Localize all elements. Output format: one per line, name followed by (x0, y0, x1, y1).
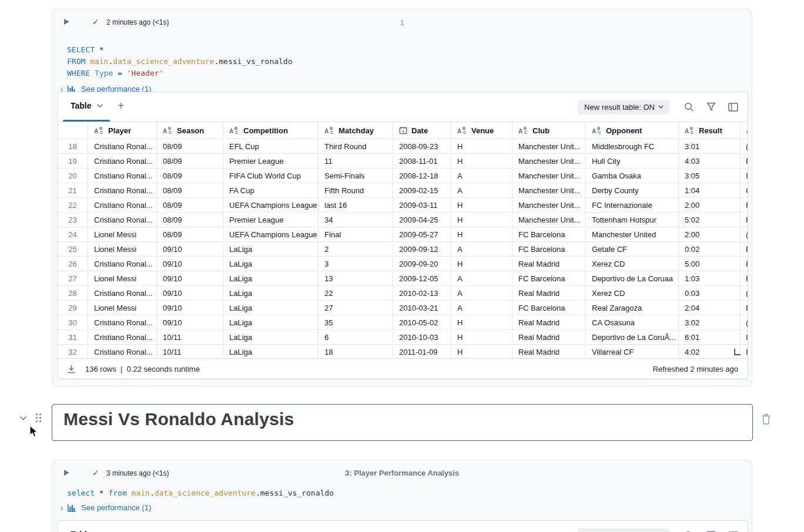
table-cell[interactable]: Real Madrid (512, 286, 586, 300)
sql-editor[interactable]: select * from main.data_science_adventur… (67, 487, 334, 499)
column-header-season[interactable]: ABCSeason (157, 122, 223, 139)
table-cell[interactable]: Manchester United (586, 227, 679, 241)
table-cell[interactable]: Gamba Osaka (586, 169, 679, 183)
table-cell[interactable]: Real Madrid (512, 315, 586, 329)
table-cell[interactable]: Villarreal CF (586, 345, 679, 359)
collapse-chevron-icon[interactable] (19, 416, 27, 420)
table-cell[interactable]: 2009-09-12 (393, 242, 451, 256)
code-line[interactable]: SELECT * (67, 44, 293, 56)
table-cell[interactable]: 34 (319, 213, 393, 227)
table-cell[interactable]: 08/09 (157, 213, 223, 227)
table-cell[interactable]: Xerez CD (586, 286, 679, 300)
table-cell[interactable]: LaLiga (223, 330, 319, 344)
table-cell[interactable]: 2:00 (679, 198, 741, 212)
new-result-table-toggle[interactable]: New result table: ON (578, 528, 669, 532)
table-cell[interactable]: Real Madrid (512, 345, 586, 359)
table-cell[interactable]: LaLiga (223, 242, 319, 256)
table-cell[interactable]: Cristiano Ronal... (88, 345, 157, 359)
see-performance-link[interactable]: › See performance (1) (61, 503, 151, 512)
table-cell[interactable]: Premier League (223, 154, 319, 168)
table-cell[interactable]: Tottenham Hotspur (586, 213, 679, 227)
table-cell[interactable]: 08/09 (157, 227, 223, 241)
column-header-competition[interactable]: ABCCompetition (223, 122, 319, 139)
table-cell[interactable]: 2009-05-27 (393, 227, 451, 241)
download-button[interactable] (67, 365, 76, 373)
title-text-cell[interactable]: Messi Vs Ronaldo Analysis (52, 404, 753, 441)
table-cell[interactable]: Cristiano Ronal... (88, 257, 157, 271)
table-cell[interactable]: H (451, 345, 512, 359)
table-cell[interactable]: Cristiano Ronal... (88, 330, 157, 344)
table-cell[interactable]: Cristiano Ronal... (88, 169, 157, 183)
table-cell[interactable]: H (451, 213, 512, 227)
search-button[interactable] (684, 102, 694, 112)
table-cell[interactable]: FA Cup (223, 183, 319, 197)
table-cell[interactable]: Manchester Unit... (512, 198, 586, 212)
table-cell[interactable]: 10/11 (157, 345, 223, 359)
column-header-club[interactable]: ABCClub (512, 122, 586, 139)
table-cell[interactable]: 4:02 (679, 345, 741, 359)
table-cell[interactable]: Real Madrid (512, 257, 586, 271)
table-cell[interactable]: 6:01 (679, 330, 741, 344)
table-cell[interactable]: 09/10 (157, 257, 223, 271)
tab-table[interactable]: Table (71, 530, 103, 532)
table-cell[interactable]: Manchester Unit... (512, 183, 586, 197)
table-cell[interactable]: 2008-12-18 (393, 169, 451, 183)
table-cell[interactable]: Cristiano Ronal... (88, 213, 157, 227)
table-cell[interactable]: 0:03 (679, 286, 741, 300)
table-cell[interactable]: 09/10 (157, 271, 223, 285)
table-cell[interactable]: 2010-05-02 (393, 315, 451, 329)
table-cell[interactable]: H (451, 330, 512, 344)
table-cell[interactable]: Deportivo de La CoruÃ... (586, 330, 679, 344)
table-cell[interactable]: Cristiano Ronal... (88, 286, 157, 300)
column-header-player[interactable]: ABCPlayer (88, 122, 157, 139)
table-cell[interactable]: Cristiano Ronal... (88, 154, 157, 168)
code-line[interactable]: FROM main.data_science_adventure.messi_v… (67, 56, 293, 68)
sql-editor[interactable]: SELECT *FROM main.data_science_adventure… (67, 44, 293, 79)
table-cell[interactable]: CA Osasuna (586, 315, 679, 329)
table-cell[interactable]: Lionel Messi (88, 227, 157, 241)
table-cell[interactable]: 35 (319, 315, 393, 329)
tab-table[interactable]: Table (71, 101, 103, 110)
table-cell[interactable]: 1:03 (679, 271, 741, 285)
table-cell[interactable]: last 16 (319, 198, 393, 212)
column-header-date[interactable]: Date (393, 122, 451, 139)
table-cell[interactable]: Third Round (319, 139, 393, 153)
table-cell[interactable]: Manchester Unit... (512, 213, 586, 227)
table-cell[interactable]: 2008-09-23 (393, 139, 451, 153)
table-cell[interactable]: LaLiga (223, 286, 319, 300)
table-cell[interactable]: A (451, 271, 512, 285)
table-cell[interactable]: 1:04 (679, 183, 741, 197)
table-cell[interactable]: 3:02 (679, 315, 741, 329)
table-cell[interactable]: Lionel Messi (88, 271, 157, 285)
table-cell[interactable]: Final (319, 227, 393, 241)
table-cell[interactable]: 3 (319, 257, 393, 271)
table-cell[interactable]: 08/09 (157, 183, 223, 197)
table-cell[interactable]: H (451, 257, 512, 271)
table-cell[interactable]: LaLiga (223, 271, 319, 285)
table-cell[interactable]: Real Zaragoza (586, 301, 679, 315)
table-cell[interactable]: FC Barcelona (512, 227, 586, 241)
table-cell[interactable]: 2010-03-21 (393, 301, 451, 315)
page-title[interactable]: Messi Vs Ronaldo Analysis (63, 409, 294, 429)
table-cell[interactable]: Cristiano Ronal... (88, 183, 157, 197)
column-header-result[interactable]: ABCResult (679, 122, 741, 139)
table-cell[interactable]: H (451, 139, 512, 153)
table-cell[interactable]: Deportivo de La Coruaa (586, 271, 679, 285)
table-cell[interactable]: 3:01 (679, 139, 741, 153)
table-cell[interactable]: A (451, 301, 512, 315)
table-cell[interactable]: FC Barcelona (512, 301, 586, 315)
table-cell[interactable]: Manchester Unit... (512, 154, 586, 168)
table-cell[interactable]: H (451, 315, 512, 329)
delete-cell-button[interactable] (761, 413, 771, 425)
table-cell[interactable]: Lionel Messi (88, 301, 157, 315)
new-result-table-toggle[interactable]: New result table: ON (578, 100, 669, 115)
table-cell[interactable]: 5:02 (679, 213, 741, 227)
table-cell[interactable]: 2008-11-01 (393, 154, 451, 168)
table-cell[interactable]: A (451, 242, 512, 256)
table-cell[interactable]: FIFA Club World Cup (223, 169, 319, 183)
drag-handle[interactable] (36, 413, 41, 422)
table-cell[interactable]: 22 (319, 286, 393, 300)
table-cell[interactable]: Hull City (586, 154, 679, 168)
table-cell[interactable]: 10/11 (157, 330, 223, 344)
table-cell[interactable]: 2:00 (679, 227, 741, 241)
